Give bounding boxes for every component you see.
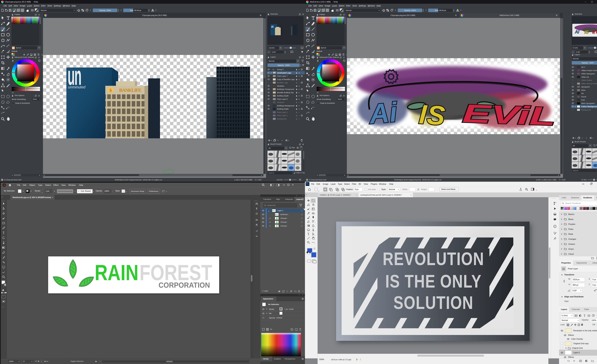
svg-text:EViL: EViL [462,99,556,131]
svg-text:EViL: EViL [592,29,597,34]
svg-text:$: $ [110,88,112,93]
svg-text:Ai: Ai [367,96,399,129]
svg-text:Ai: Ai [575,29,579,34]
svg-text:IS: IS [418,99,447,131]
svg-text:fx: fx [573,360,575,362]
svg-text:un: un [271,24,274,28]
svg-text:RAIN: RAIN [95,261,139,285]
svg-text:CORPORATION: CORPORATION [158,281,210,289]
svg-text:unminuted: unminuted [68,85,86,89]
svg-text:IS: IS [584,30,589,34]
svg-text:BANKLIFE: BANKLIFE [119,87,142,93]
